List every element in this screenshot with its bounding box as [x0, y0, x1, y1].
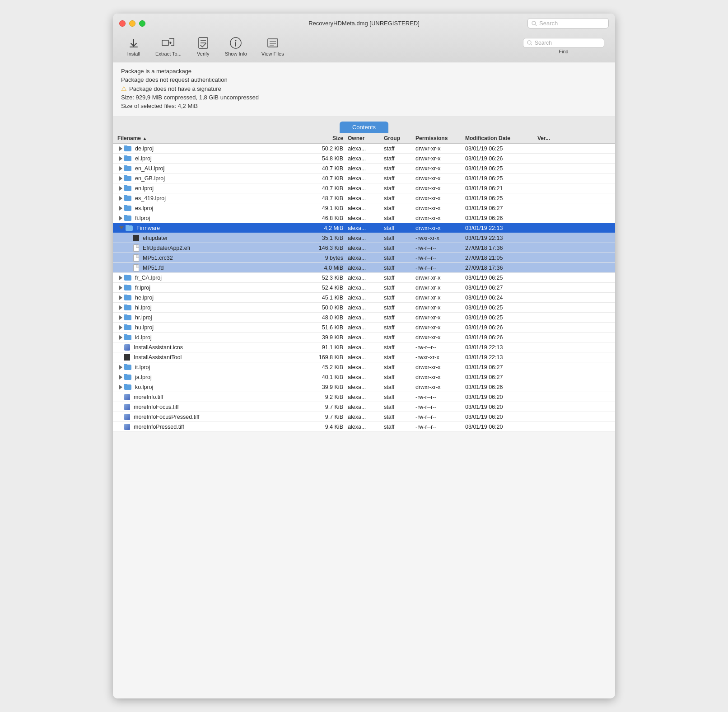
- col-header-moddate[interactable]: Modification Date: [465, 135, 537, 141]
- filename: el.lproj: [135, 155, 152, 162]
- svg-point-8: [235, 40, 237, 42]
- table-row[interactable]: moreInfo.tiff 9,2 KiB alexa... staff -rw…: [113, 392, 615, 402]
- folder-toggle-icon[interactable]: [119, 325, 122, 330]
- table-row[interactable]: EfiUpdaterApp2.efi 146,3 KiB alexa... st…: [113, 243, 615, 253]
- size-cell: 51,6 KiB: [307, 324, 348, 331]
- table-row[interactable]: el.lproj 54,8 KiB alexa... staff drwxr-x…: [113, 154, 615, 164]
- permissions-cell: drwxr-xr-x: [415, 334, 465, 341]
- table-row[interactable]: de.lproj 50,2 KiB alexa... staff drwxr-x…: [113, 144, 615, 154]
- filename: InstallAssistant.icns: [134, 344, 183, 351]
- verify-button[interactable]: Verify: [189, 34, 218, 58]
- mod-date-cell: 03/01/19 06:26: [465, 384, 537, 390]
- table-row[interactable]: es_419.lproj 48,7 KiB alexa... staff drw…: [113, 193, 615, 203]
- search-box[interactable]: Search: [527, 18, 609, 28]
- owner-cell: alexa...: [348, 145, 384, 152]
- table-row[interactable]: fr_CA.lproj 52,3 KiB alexa... staff drwx…: [113, 273, 615, 283]
- table-row[interactable]: Firmware 4,2 MiB alexa... staff drwxr-xr…: [113, 223, 615, 233]
- folder-toggle-icon[interactable]: [119, 295, 122, 300]
- folder-toggle-icon[interactable]: [119, 196, 122, 201]
- folder-toggle-icon[interactable]: [119, 146, 122, 151]
- table-row[interactable]: hu.lproj 51,6 KiB alexa... staff drwxr-x…: [113, 323, 615, 333]
- sort-arrow: ▲: [142, 136, 147, 141]
- col-header-owner[interactable]: Owner: [348, 135, 384, 141]
- folder-toggle-icon[interactable]: [119, 276, 122, 280]
- view-files-button[interactable]: View Files: [254, 34, 291, 58]
- find-search-input[interactable]: Search: [523, 38, 604, 48]
- group-cell: staff: [384, 145, 415, 152]
- folder-toggle-icon[interactable]: [119, 226, 124, 230]
- size-cell: 91,1 KiB: [307, 344, 348, 351]
- table-row[interactable]: MP51.crc32 9 bytes alexa... staff -rw-r-…: [113, 253, 615, 263]
- filename-cell: ko.lproj: [113, 384, 307, 390]
- permissions-cell: drwxr-xr-x: [415, 145, 465, 152]
- fullscreen-button[interactable]: [139, 20, 145, 27]
- col-header-size[interactable]: Size: [307, 135, 348, 141]
- folder-icon: [124, 166, 131, 171]
- table-row[interactable]: he.lproj 45,1 KiB alexa... staff drwxr-x…: [113, 293, 615, 303]
- folder-toggle-icon[interactable]: [119, 315, 122, 320]
- group-cell: staff: [384, 195, 415, 201]
- filename-cell: de.lproj: [113, 145, 307, 152]
- table-row[interactable]: fr.lproj 52,4 KiB alexa... staff drwxr-x…: [113, 283, 615, 293]
- owner-cell: alexa...: [348, 215, 384, 221]
- folder-toggle-icon[interactable]: [119, 166, 122, 171]
- folder-toggle-icon[interactable]: [119, 305, 122, 310]
- table-row[interactable]: id.lproj 39,9 KiB alexa... staff drwxr-x…: [113, 333, 615, 342]
- show-info-button[interactable]: Show Info: [218, 34, 254, 58]
- close-button[interactable]: [119, 20, 126, 27]
- filename-cell: hi.lproj: [113, 304, 307, 311]
- col-header-permissions[interactable]: Permissions: [415, 135, 465, 141]
- owner-cell: alexa...: [348, 255, 384, 261]
- folder-toggle-icon[interactable]: [119, 216, 122, 220]
- table-row[interactable]: moreInfoFocus.tiff 9,7 KiB alexa... staf…: [113, 402, 615, 412]
- table-row[interactable]: ja.lproj 40,1 KiB alexa... staff drwxr-x…: [113, 372, 615, 382]
- table-row[interactable]: InstallAssistantTool 169,8 KiB alexa... …: [113, 352, 615, 362]
- table-row[interactable]: ko.lproj 39,9 KiB alexa... staff drwxr-x…: [113, 382, 615, 392]
- table-row[interactable]: it.lproj 45,2 KiB alexa... staff drwxr-x…: [113, 362, 615, 372]
- folder-toggle-icon[interactable]: [119, 385, 122, 389]
- table-row[interactable]: MP51.fd 4,0 MiB alexa... staff -rw-r--r-…: [113, 263, 615, 273]
- table-row[interactable]: hr.lproj 48,0 KiB alexa... staff drwxr-x…: [113, 313, 615, 323]
- filename: hu.lproj: [135, 324, 154, 331]
- minimize-button[interactable]: [129, 20, 135, 27]
- info-line-4: Size: 929,9 MiB compressed, 1,8 GiB unco…: [121, 94, 607, 101]
- owner-cell: alexa...: [348, 304, 384, 311]
- install-button[interactable]: Install: [119, 34, 148, 58]
- filename-cell: en.lproj: [113, 185, 307, 192]
- folder-icon: [124, 146, 131, 151]
- owner-cell: alexa...: [348, 175, 384, 182]
- folder-toggle-icon[interactable]: [119, 206, 122, 211]
- size-cell: 52,4 KiB: [307, 285, 348, 291]
- folder-toggle-icon[interactable]: [119, 335, 122, 340]
- table-row[interactable]: en_AU.lproj 40,7 KiB alexa... staff drwx…: [113, 164, 615, 173]
- col-header-filename[interactable]: Filename ▲: [113, 135, 307, 141]
- contents-tab[interactable]: Contents: [340, 122, 388, 133]
- search-icon: [532, 21, 537, 26]
- permissions-cell: -rw-r--r--: [415, 404, 465, 410]
- folder-toggle-icon[interactable]: [119, 365, 122, 370]
- table-row[interactable]: en.lproj 40,7 KiB alexa... staff drwxr-x…: [113, 183, 615, 193]
- table-row[interactable]: efiupdater 35,1 KiB alexa... staff -rwxr…: [113, 233, 615, 243]
- table-row[interactable]: en_GB.lproj 40,7 KiB alexa... staff drwx…: [113, 173, 615, 183]
- info-line-2: Package does not request authentication: [121, 76, 607, 83]
- folder-toggle-icon[interactable]: [119, 375, 122, 379]
- folder-toggle-icon[interactable]: [119, 156, 122, 161]
- col-header-ver[interactable]: Ver...: [537, 135, 565, 141]
- table-row[interactable]: moreInfoFocusPressed.tiff 9,7 KiB alexa.…: [113, 412, 615, 422]
- permissions-cell: drwxr-xr-x: [415, 155, 465, 162]
- filename-cell: en_AU.lproj: [113, 165, 307, 172]
- table-row[interactable]: moreInfoPressed.tiff 9,4 KiB alexa... st…: [113, 422, 615, 432]
- mod-date-cell: 03/01/19 06:25: [465, 275, 537, 281]
- file-icon: [124, 344, 130, 351]
- permissions-cell: -rwxr-xr-x: [415, 235, 465, 241]
- col-header-group[interactable]: Group: [384, 135, 415, 141]
- table-row[interactable]: fi.lproj 46,8 KiB alexa... staff drwxr-x…: [113, 213, 615, 223]
- folder-toggle-icon[interactable]: [119, 176, 122, 181]
- table-row[interactable]: es.lproj 49,1 KiB alexa... staff drwxr-x…: [113, 203, 615, 213]
- folder-toggle-icon[interactable]: [119, 186, 122, 191]
- permissions-cell: -rw-r--r--: [415, 344, 465, 351]
- extract-button[interactable]: Extract To...: [148, 34, 189, 58]
- folder-toggle-icon[interactable]: [119, 286, 122, 290]
- table-row[interactable]: InstallAssistant.icns 91,1 KiB alexa... …: [113, 342, 615, 352]
- table-row[interactable]: hi.lproj 50,0 KiB alexa... staff drwxr-x…: [113, 303, 615, 313]
